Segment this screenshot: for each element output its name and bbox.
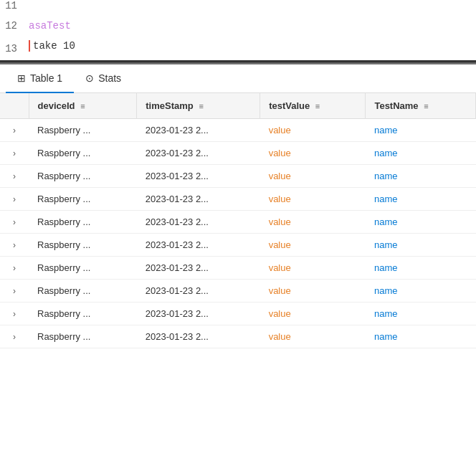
expand-cell: › — [0, 257, 29, 280]
table-wrapper: deviceId ≡ timeStamp ≡ testValue ≡ TestN… — [0, 93, 476, 348]
expand-chevron-icon[interactable]: › — [9, 148, 20, 158]
table-header-row: deviceId ≡ timeStamp ≡ testValue ≡ TestN… — [0, 93, 476, 119]
expand-chevron-icon[interactable]: › — [9, 240, 20, 250]
expand-cell: › — [0, 165, 29, 188]
cell-timestamp: 2023-01-23 2... — [137, 188, 260, 211]
col-header-deviceid[interactable]: deviceId ≡ — [29, 93, 137, 119]
cell-testname: name — [366, 119, 476, 142]
col-menu-testvalue[interactable]: ≡ — [315, 102, 320, 110]
col-menu-testname[interactable]: ≡ — [424, 102, 428, 110]
col-header-timestamp[interactable]: timeStamp ≡ — [137, 93, 260, 119]
table-row: ›Raspberry ...2023-01-23 2...valuename — [0, 234, 476, 257]
cell-testname: name — [366, 165, 476, 188]
tab-table1-label: Table 1 — [30, 72, 62, 84]
table-row: ›Raspberry ...2023-01-23 2...valuename — [0, 280, 476, 303]
cell-timestamp: 2023-01-23 2... — [137, 257, 260, 280]
expand-cell: › — [0, 325, 29, 348]
results-table: deviceId ≡ timeStamp ≡ testValue ≡ TestN… — [0, 93, 476, 348]
cell-timestamp: 2023-01-23 2... — [137, 303, 260, 325]
table-row: ›Raspberry ...2023-01-23 2...valuename — [0, 211, 476, 234]
cell-deviceid: Raspberry ... — [29, 280, 137, 303]
cell-timestamp: 2023-01-23 2... — [137, 211, 260, 234]
cell-testname: name — [366, 303, 476, 325]
expand-chevron-icon[interactable]: › — [9, 171, 20, 181]
cell-testname: name — [366, 142, 476, 165]
cell-deviceid: Raspberry ... — [29, 119, 137, 142]
cell-testvalue: value — [260, 211, 366, 234]
table-row: ›Raspberry ...2023-01-23 2...valuename — [0, 119, 476, 142]
cell-timestamp: 2023-01-23 2... — [137, 325, 260, 348]
code-editor: 11 12 asaTest 13 take 10 — [0, 0, 476, 62]
line-number-11: 11 — [0, 0, 29, 11]
expand-cell: › — [0, 234, 29, 257]
expand-chevron-icon[interactable]: › — [9, 286, 20, 296]
table-row: ›Raspberry ...2023-01-23 2...valuename — [0, 257, 476, 280]
expand-cell: › — [0, 142, 29, 165]
stats-icon: ⊙ — [85, 72, 94, 84]
tabs-bar: ⊞ Table 1 ⊙ Stats — [0, 65, 476, 93]
tab-stats[interactable]: ⊙ Stats — [74, 65, 133, 93]
expand-cell: › — [0, 188, 29, 211]
cell-deviceid: Raspberry ... — [29, 211, 137, 234]
cell-timestamp: 2023-01-23 2... — [137, 234, 260, 257]
table-row: ›Raspberry ...2023-01-23 2...valuename — [0, 142, 476, 165]
cell-testvalue: value — [260, 188, 366, 211]
cell-timestamp: 2023-01-23 2... — [137, 280, 260, 303]
cell-deviceid: Raspberry ... — [29, 234, 137, 257]
expand-chevron-icon[interactable]: › — [9, 125, 20, 135]
cell-deviceid: Raspberry ... — [29, 165, 137, 188]
cell-testname: name — [366, 211, 476, 234]
table-row: ›Raspberry ...2023-01-23 2...valuename — [0, 188, 476, 211]
cell-testvalue: value — [260, 303, 366, 325]
cell-deviceid: Raspberry ... — [29, 188, 137, 211]
cell-deviceid: Raspberry ... — [29, 325, 137, 348]
expand-chevron-icon[interactable]: › — [9, 194, 20, 204]
cell-deviceid: Raspberry ... — [29, 257, 137, 280]
table-body: ›Raspberry ...2023-01-23 2...valuename›R… — [0, 119, 476, 348]
cell-testname: name — [366, 325, 476, 348]
cell-testvalue: value — [260, 280, 366, 303]
expand-chevron-icon[interactable]: › — [9, 263, 20, 273]
cell-testvalue: value — [260, 325, 366, 348]
col-header-testname[interactable]: TestName ≡ — [366, 93, 476, 119]
code-keyword-asatest: asaTest — [29, 20, 71, 32]
table-row: ›Raspberry ...2023-01-23 2...valuename — [0, 165, 476, 188]
cell-testvalue: value — [260, 257, 366, 280]
cell-timestamp: 2023-01-23 2... — [137, 142, 260, 165]
expand-chevron-icon[interactable]: › — [9, 217, 20, 227]
line-number-13: 13 — [0, 43, 29, 54]
table-icon: ⊞ — [17, 72, 26, 84]
cell-testvalue: value — [260, 119, 366, 142]
tab-table1[interactable]: ⊞ Table 1 — [6, 65, 74, 93]
col-header-testvalue[interactable]: testValue ≡ — [260, 93, 366, 119]
col-menu-timestamp[interactable]: ≡ — [199, 102, 203, 110]
tab-stats-label: Stats — [98, 72, 121, 84]
code-take: take 10 — [33, 40, 75, 52]
cell-timestamp: 2023-01-23 2... — [137, 119, 260, 142]
line-number-12: 12 — [0, 20, 29, 32]
expand-chevron-icon[interactable]: › — [9, 309, 20, 319]
col-menu-deviceid[interactable]: ≡ — [80, 102, 85, 110]
cell-deviceid: Raspberry ... — [29, 303, 137, 325]
cell-testname: name — [366, 257, 476, 280]
cell-testname: name — [366, 188, 476, 211]
code-line-11: 11 — [0, 0, 476, 20]
col-header-expand — [0, 93, 29, 119]
code-line-12: 12 asaTest — [0, 20, 476, 40]
cell-testname: name — [366, 234, 476, 257]
cell-testvalue: value — [260, 165, 366, 188]
expand-cell: › — [0, 280, 29, 303]
cell-testvalue: value — [260, 142, 366, 165]
table-row: ›Raspberry ...2023-01-23 2...valuename — [0, 303, 476, 325]
text-cursor — [29, 40, 30, 52]
expand-cell: › — [0, 303, 29, 325]
cell-testvalue: value — [260, 234, 366, 257]
cell-deviceid: Raspberry ... — [29, 142, 137, 165]
cell-testname: name — [366, 280, 476, 303]
table-row: ›Raspberry ...2023-01-23 2...valuename — [0, 325, 476, 348]
cell-timestamp: 2023-01-23 2... — [137, 165, 260, 188]
expand-chevron-icon[interactable]: › — [9, 332, 20, 342]
expand-cell: › — [0, 211, 29, 234]
expand-cell: › — [0, 119, 29, 142]
code-line-13: 13 take 10 — [0, 40, 476, 60]
